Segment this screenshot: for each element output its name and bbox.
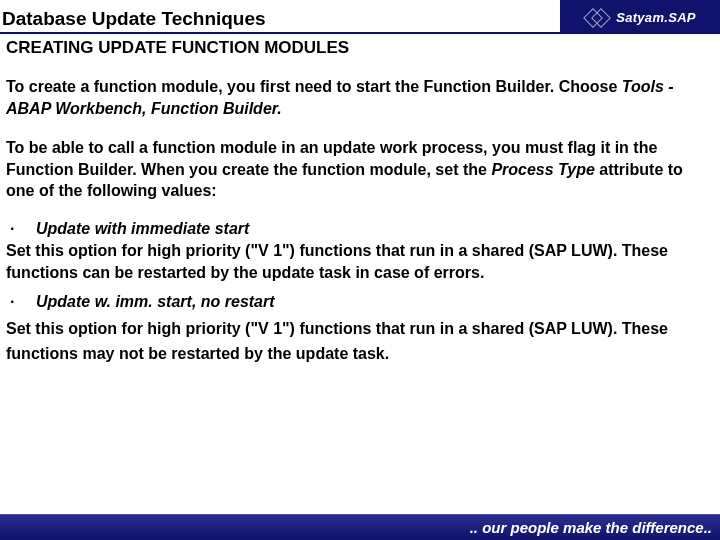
brand-logo-area: Satyam.SAP	[560, 0, 720, 34]
para1-text-a: To create a function module, you first n…	[6, 78, 622, 95]
paragraph-1: To create a function module, you first n…	[6, 76, 714, 119]
bullet-1-title: Update with immediate start	[36, 220, 249, 238]
satyam-icon	[584, 6, 610, 28]
footer-bar	[0, 514, 440, 540]
paragraph-2: To be able to call a function module in …	[6, 137, 714, 202]
footer-tagline: .. our people make the difference..	[440, 514, 720, 540]
bullet-row-2: · Update w. imm. start, no restart	[6, 293, 714, 311]
bullet-1-desc: Set this option for high priority ("V 1"…	[6, 240, 714, 283]
bullet-row-1: · Update with immediate start	[6, 220, 714, 238]
para2-text-b: Process Type	[491, 161, 594, 178]
bullet-icon: ·	[6, 220, 36, 238]
header: Database Update Techniques Satyam.SAP	[0, 0, 720, 34]
brand-text: Satyam.SAP	[616, 10, 696, 25]
bullet-icon: ·	[6, 293, 36, 311]
bullet-2-title: Update w. imm. start, no restart	[36, 293, 275, 311]
footer: .. our people make the difference..	[0, 514, 720, 540]
section-heading: CREATING UPDATE FUNCTION MODULES	[6, 38, 714, 58]
slide-title: Database Update Techniques	[0, 8, 266, 30]
content-area: CREATING UPDATE FUNCTION MODULES To crea…	[0, 34, 720, 367]
header-title-wrap: Database Update Techniques	[0, 0, 560, 34]
bullet-2-desc: Set this option for high priority ("V 1"…	[6, 317, 714, 367]
